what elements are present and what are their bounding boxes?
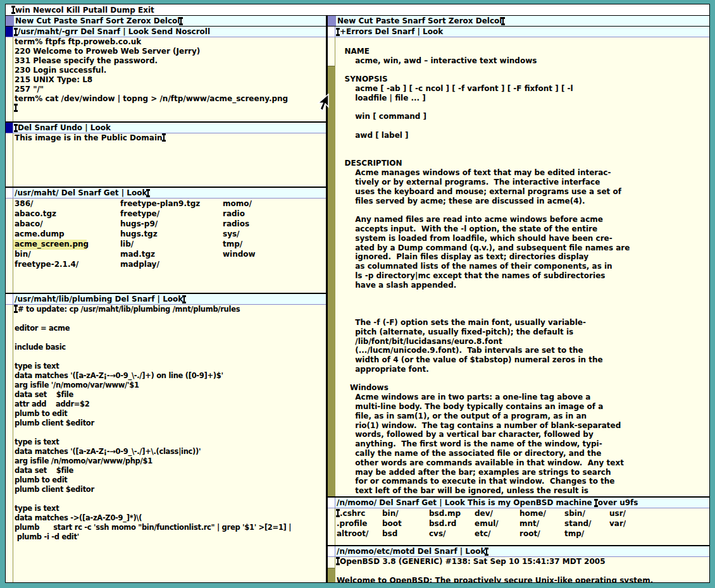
momodir-tag-note[interactable]: over u9fs [598, 498, 638, 507]
motd-body[interactable]: OpenBSD 3.8 (GENERIC) #138: Sat Sep 10 1… [328, 557, 709, 582]
dir-column[interactable]: 386/ abaco.tgz abaco/ acme.dump acme_scr… [13, 199, 119, 293]
dir-column[interactable]: home/ mnt/ root/ [518, 508, 563, 545]
momodir-tag-text[interactable]: /n/momo/ Del Snarf Get | Look This is my… [337, 498, 595, 507]
note-body[interactable]: This image is in the Public Domain [6, 133, 326, 187]
column-layout-box-icon[interactable] [328, 16, 336, 26]
note-text-area[interactable]: This image is in the Public Domain [13, 133, 326, 187]
motd-text: OpenBSD 3.8 (GENERIC) #138: Sat Sep 10 1… [337, 557, 653, 582]
dirty-box-icon [6, 27, 13, 37]
terminal-output-text: term% ftpfs ftp.proweb.co.uk 220 Welcome… [15, 37, 288, 103]
terminal-output[interactable]: term% ftpfs ftp.proweb.co.uk 220 Welcome… [13, 37, 326, 121]
terminal-tag-text[interactable]: /usr/maht/-grr Del Snarf | Look Send Nos… [18, 27, 210, 36]
dir-column[interactable]: bsd.mp bsd.rd cvs/ [428, 508, 473, 545]
dirty-box-icon [6, 123, 13, 133]
text-cursor [163, 134, 165, 141]
note-tag[interactable]: Del Snarf Undo | Look [6, 123, 326, 133]
man-page-text[interactable]: NAME acme, win, awd – interactive text w… [335, 37, 709, 496]
scrollbar-thumb[interactable] [328, 557, 335, 568]
mouse-arrow-cursor [315, 94, 330, 113]
errors-body[interactable]: NAME acme, win, awd – interactive text w… [328, 37, 709, 496]
momodir-scrollbar[interactable] [328, 508, 335, 545]
text-cursor [337, 510, 339, 517]
text-cursor [337, 558, 339, 565]
main-menu-bar[interactable]: win Newcol Kill Putall Dump Exit [6, 4, 709, 16]
column-left-tag[interactable]: New Cut Paste Snarf Sort Zerox Delcol [6, 16, 326, 27]
text-cursor [337, 28, 339, 35]
text-cursor [183, 296, 185, 303]
window-homedir: /usr/maht/ Del Snarf Get | Look 386/ aba… [6, 187, 326, 293]
text-cursor [147, 190, 149, 197]
terminal-body[interactable]: term% ftpfs ftp.proweb.co.uk 220 Welcome… [6, 37, 326, 121]
window-motd: /n/momo/etc/motd Del Snarf | Look OpenBS… [328, 545, 709, 582]
terminal-scrollbar[interactable] [6, 37, 13, 121]
homedir-listing[interactable]: 386/ abaco.tgz abaco/ acme.dump acme_scr… [13, 199, 326, 293]
homedir-scrollbar[interactable] [6, 199, 13, 293]
text-cursor [180, 18, 182, 25]
text-cursor [15, 104, 16, 111]
dir-column[interactable]: usr/ var/ [608, 508, 626, 545]
momodir-body[interactable]: .cshrc .profile altroot/ bin/ boot bsd b… [328, 508, 709, 545]
column-right-commands[interactable]: New Cut Paste Snarf Sort Zerox Delcol [337, 16, 502, 25]
column-layout-box-icon[interactable] [6, 16, 14, 26]
terminal-tag[interactable]: /usr/maht/-grr Del Snarf | Look Send Nos… [6, 27, 326, 37]
clean-box-icon [6, 294, 13, 304]
column-left: New Cut Paste Snarf Sort Zerox Delcol /u… [6, 16, 326, 582]
motd-text-area[interactable]: OpenBSD 3.8 (GENERIC) #138: Sat Sep 10 1… [335, 557, 709, 582]
errors-tag[interactable]: +Errors Del Snarf | Look [328, 27, 709, 37]
text-cursor [13, 6, 14, 13]
acme-window: win Newcol Kill Putall Dump Exit New Cut… [5, 4, 710, 583]
window-errors: +Errors Del Snarf | Look NAME acme, win,… [328, 27, 709, 496]
errors-tag-text[interactable]: +Errors Del Snarf | Look [340, 27, 443, 36]
text-cursor [595, 499, 597, 506]
momodir-listing[interactable]: .cshrc .profile altroot/ bin/ boot bsd b… [335, 508, 709, 545]
dir-column-text: .cshrc .profile altroot/ [337, 509, 368, 538]
clean-box-icon [328, 498, 335, 508]
plumbing-tag-text[interactable]: /usr/maht/lib/plumbing Del Snarf | Look [15, 295, 183, 303]
text-cursor [15, 28, 16, 35]
motd-scrollbar[interactable] [328, 557, 335, 582]
clean-box-icon [328, 27, 335, 37]
main-menu-commands[interactable]: win Newcol Kill Putall Dump Exit [15, 6, 154, 15]
note-tag-text[interactable]: Del Snarf Undo | Look [18, 123, 111, 132]
window-momodir: /n/momo/ Del Snarf Get | Look This is my… [328, 496, 709, 545]
text-cursor [502, 18, 504, 25]
clean-box-icon [6, 188, 13, 198]
column-right-tag[interactable]: New Cut Paste Snarf Sort Zerox Delcol [328, 16, 709, 27]
scrollbar-thumb[interactable] [328, 37, 335, 66]
text-cursor [15, 305, 16, 312]
dir-column[interactable]: .cshrc .profile altroot/ [335, 508, 381, 545]
plumbing-rules-text[interactable]: # to update: cp /usr/maht/lib/plumbing /… [13, 305, 326, 582]
dir-column[interactable]: sbin/ stand/ tmp/ [563, 508, 608, 545]
column-right: New Cut Paste Snarf Sort Zerox Delcol +E… [328, 16, 709, 582]
column-left-commands[interactable]: New Cut Paste Snarf Sort Zerox Delcol [15, 16, 180, 25]
plumbing-scrollbar[interactable] [6, 305, 13, 582]
window-terminal: /usr/maht/-grr Del Snarf | Look Send Nos… [6, 27, 326, 121]
text-cursor [486, 548, 487, 555]
momodir-tag[interactable]: /n/momo/ Del Snarf Get | Look This is my… [328, 498, 709, 508]
plumbing-body[interactable]: # to update: cp /usr/maht/lib/plumbing /… [6, 305, 326, 582]
homedir-tag-text[interactable]: /usr/maht/ Del Snarf Get | Look [15, 188, 147, 197]
text-cursor [15, 125, 16, 132]
note-scrollbar[interactable] [6, 133, 13, 187]
note-text: This image is in the Public Domain [15, 133, 163, 142]
homedir-body[interactable]: 386/ abaco.tgz abaco/ acme.dump acme_scr… [6, 199, 326, 293]
dir-column[interactable]: dev/ emul/ etc/ [473, 508, 518, 545]
window-note: Del Snarf Undo | Look This image is in t… [6, 121, 326, 187]
columns-row: New Cut Paste Snarf Sort Zerox Delcol /u… [6, 16, 709, 582]
dir-column[interactable]: bin/ boot bsd [381, 508, 428, 545]
clean-box-icon [328, 546, 335, 556]
dir-column[interactable]: freetype-plan9.tgz freetype/ hugs-p9/ hu… [119, 199, 221, 293]
motd-tag[interactable]: /n/momo/etc/motd Del Snarf | Look [328, 546, 709, 557]
rio-desktop: win Newcol Kill Putall Dump Exit New Cut… [0, 0, 715, 588]
motd-tag-text[interactable]: /n/momo/etc/motd Del Snarf | Look [337, 547, 485, 556]
plumbing-text: # to update: cp /usr/maht/lib/plumbing /… [15, 305, 291, 541]
homedir-tag[interactable]: /usr/maht/ Del Snarf Get | Look [6, 188, 326, 199]
window-plumbing: /usr/maht/lib/plumbing Del Snarf | Look … [6, 293, 326, 582]
plumbing-tag[interactable]: /usr/maht/lib/plumbing Del Snarf | Look [6, 294, 326, 305]
dir-column[interactable]: momo/ radio radios sys/ tmp/ window [221, 199, 256, 293]
